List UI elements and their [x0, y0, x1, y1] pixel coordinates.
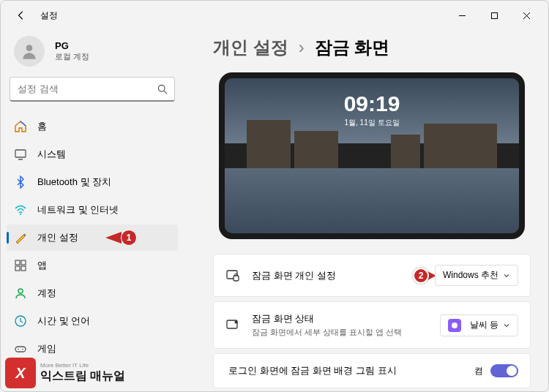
svg-point-4	[20, 214, 21, 215]
svg-rect-6	[21, 260, 26, 265]
personalize-dropdown[interactable]: Windows 추천	[435, 265, 518, 286]
breadcrumb-current: 잠금 화면	[315, 36, 390, 59]
nav-home[interactable]: 홈	[7, 113, 178, 140]
wifi-icon	[14, 203, 27, 216]
annotation-marker-1: 1	[105, 230, 137, 246]
dropdown-label: Windows 추천	[443, 269, 498, 282]
minimize-button[interactable]	[446, 4, 478, 27]
svg-rect-8	[21, 266, 26, 271]
annotation-marker-2: 2	[413, 268, 436, 284]
search-icon	[157, 84, 168, 94]
search-input[interactable]	[10, 77, 175, 102]
chevron-down-icon	[503, 322, 510, 329]
svg-point-2	[158, 85, 165, 91]
sidebar: PG 로컬 계정 홈 시스템 Bluetooth 및 장치 네트	[1, 30, 184, 391]
bluetooth-icon	[14, 176, 27, 189]
card-title: 잠금 화면 개인 설정	[252, 269, 336, 282]
picture-lock-icon	[225, 268, 240, 283]
nav-system[interactable]: 시스템	[7, 141, 178, 167]
preview-time: 09:19	[225, 91, 519, 116]
nav-label: 게임	[37, 342, 56, 355]
svg-rect-15	[234, 276, 239, 281]
weather-icon	[448, 319, 461, 332]
card-lock-status[interactable]: 잠금 화면 상태 잠금 화면에서 세부 상태를 표시할 앱 선택 날씨 등	[213, 301, 531, 349]
watermark: X More Better IT Life 익스트림 매뉴얼	[5, 358, 125, 388]
profile-block[interactable]: PG 로컬 계정	[7, 36, 178, 77]
svg-rect-5	[15, 260, 20, 265]
search-box[interactable]	[10, 77, 175, 102]
system-icon	[14, 148, 27, 161]
breadcrumb-parent[interactable]: 개인 설정	[213, 36, 288, 59]
nav-time-language[interactable]: 시간 및 언어	[7, 308, 178, 334]
nav-label: 계정	[37, 287, 56, 300]
nav-apps[interactable]: 앱	[7, 252, 178, 279]
paint-icon	[14, 231, 27, 244]
nav-accounts[interactable]: 계정	[7, 280, 178, 306]
status-icon	[225, 318, 240, 333]
nav-bluetooth[interactable]: Bluetooth 및 장치	[7, 169, 178, 195]
nav-personalization[interactable]: 개인 설정 1	[7, 225, 178, 251]
breadcrumb: 개인 설정 › 잠금 화면	[213, 36, 531, 59]
dropdown-label: 날씨 등	[470, 319, 498, 331]
svg-rect-7	[15, 266, 20, 271]
breadcrumb-sep: ›	[299, 37, 305, 58]
home-icon	[14, 120, 27, 133]
apps-icon	[14, 259, 27, 272]
content-area: 개인 설정 › 잠금 화면 09:19 1월, 11일 토요일 잠금 화면 개인…	[184, 30, 548, 391]
watermark-logo: X	[5, 358, 36, 388]
preview-date: 1월, 11일 토요일	[225, 118, 519, 128]
svg-rect-11	[15, 347, 26, 352]
svg-rect-3	[15, 150, 26, 157]
svg-point-17	[235, 320, 238, 323]
nav-label: 네트워크 및 인터넷	[37, 203, 119, 216]
card-subtitle: 잠금 화면에서 세부 상태를 표시할 앱 선택	[252, 327, 402, 338]
gamepad-icon	[14, 342, 27, 355]
profile-name: PG	[55, 40, 89, 51]
card-title: 잠금 화면 상태	[252, 312, 402, 325]
watermark-slogan: More Better IT Life	[40, 362, 125, 369]
toggle-label: 켬	[474, 365, 483, 377]
maximize-button[interactable]	[478, 4, 510, 27]
svg-point-13	[22, 349, 23, 350]
account-icon	[14, 287, 27, 300]
nav-label: 시스템	[37, 148, 66, 161]
svg-rect-0	[491, 12, 497, 18]
watermark-name: 익스트림 매뉴얼	[40, 369, 125, 384]
svg-point-12	[18, 349, 19, 350]
card-lock-personalize[interactable]: 잠금 화면 개인 설정 2 Windows 추천	[213, 254, 531, 297]
avatar	[14, 36, 45, 67]
window-title: 설정	[40, 10, 58, 22]
nav-label: 개인 설정	[37, 231, 78, 244]
card-signin-bg[interactable]: 로그인 화면에 잠금 화면 배경 그림 표시 켬	[213, 353, 531, 388]
clock-lang-icon	[14, 314, 27, 328]
svg-point-9	[18, 289, 23, 293]
status-dropdown[interactable]: 날씨 등	[440, 314, 518, 336]
nav-network[interactable]: 네트워크 및 인터넷	[7, 197, 178, 223]
lock-screen-preview: 09:19 1월, 11일 토요일	[219, 72, 525, 239]
back-button[interactable]	[12, 7, 30, 24]
signin-bg-toggle[interactable]	[490, 364, 518, 377]
nav-label: Bluetooth 및 장치	[37, 176, 111, 189]
nav-label: 홈	[37, 120, 47, 133]
svg-point-1	[26, 45, 33, 51]
close [interactable]	[510, 4, 542, 27]
card-title: 로그인 화면에 잠금 화면 배경 그림 표시	[228, 364, 397, 377]
nav-label: 시간 및 언어	[37, 314, 90, 328]
profile-account-type: 로컬 계정	[55, 51, 89, 62]
nav-label: 앱	[37, 259, 47, 272]
chevron-down-icon	[503, 272, 510, 279]
